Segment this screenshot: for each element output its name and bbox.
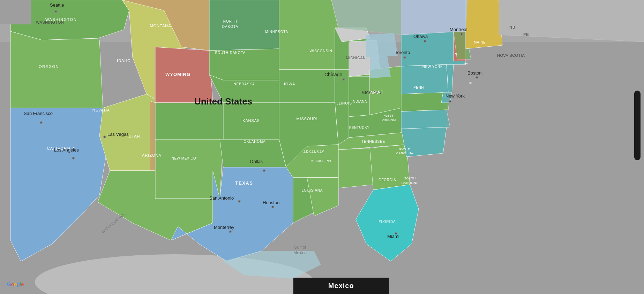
svg-text:KENTUCKY: KENTUCKY bbox=[349, 126, 369, 130]
svg-text:SOUTH: SOUTH bbox=[404, 177, 416, 180]
svg-text:San Antonio: San Antonio bbox=[209, 195, 234, 201]
svg-text:TEXAS: TEXAS bbox=[235, 180, 253, 186]
svg-text:NORTH: NORTH bbox=[399, 147, 410, 150]
svg-text:RI: RI bbox=[469, 81, 472, 84]
svg-text:WEST: WEST bbox=[384, 114, 394, 117]
country-label: United States bbox=[194, 96, 252, 107]
svg-text:NEW MEXICO: NEW MEXICO bbox=[172, 156, 196, 160]
svg-text:INDIANA: INDIANA bbox=[352, 100, 367, 103]
svg-text:ARIZONA: ARIZONA bbox=[142, 153, 162, 157]
svg-text:OREGON: OREGON bbox=[39, 64, 59, 69]
svg-text:Miami: Miami bbox=[387, 234, 399, 239]
svg-text:PENN: PENN bbox=[413, 86, 424, 90]
map-container: WASHINGTON OREGON CALIFORNIA NEVADA IDAH… bbox=[0, 0, 644, 294]
svg-text:Monterrey: Monterrey bbox=[214, 225, 234, 230]
svg-point-58 bbox=[343, 78, 345, 80]
svg-text:Ottawa: Ottawa bbox=[413, 34, 428, 39]
svg-text:PE: PE bbox=[523, 32, 529, 37]
svg-text:Toronto: Toronto bbox=[395, 50, 410, 55]
svg-text:WYOMING: WYOMING bbox=[165, 72, 190, 77]
svg-text:OKLAHOMA: OKLAHOMA bbox=[244, 140, 265, 144]
svg-text:Los Angeles: Los Angeles bbox=[54, 147, 79, 153]
svg-text:NOVA SCOTIA: NOVA SCOTIA bbox=[497, 53, 525, 57]
svg-text:MINNESOTA: MINNESOTA bbox=[265, 30, 288, 34]
svg-text:NEBRASKA: NEBRASKA bbox=[234, 82, 255, 86]
map-svg: WASHINGTON OREGON CALIFORNIA NEVADA IDAH… bbox=[0, 0, 644, 294]
svg-point-52 bbox=[40, 122, 42, 124]
svg-text:NB: NB bbox=[509, 25, 515, 29]
svg-text:GEORGIA: GEORGIA bbox=[379, 178, 396, 182]
svg-text:WISCONSIN: WISCONSIN bbox=[310, 49, 332, 53]
svg-text:MONTANA: MONTANA bbox=[150, 24, 171, 28]
svg-point-62 bbox=[238, 200, 240, 202]
svg-text:TENNESSEE: TENNESSEE bbox=[361, 140, 385, 144]
svg-text:Gulf of California: Gulf of California bbox=[101, 212, 125, 234]
svg-text:Seattle: Seattle bbox=[50, 2, 64, 8]
svg-text:San Francisco: San Francisco bbox=[24, 111, 53, 116]
svg-point-64 bbox=[272, 206, 274, 208]
svg-point-70 bbox=[476, 76, 478, 78]
svg-rect-3 bbox=[447, 92, 644, 294]
svg-text:MISSISSIPPI: MISSISSIPPI bbox=[310, 159, 331, 163]
svg-text:Las Vegas: Las Vegas bbox=[107, 132, 129, 137]
google-logo: Google bbox=[7, 281, 24, 287]
svg-point-76 bbox=[460, 33, 463, 35]
svg-text:OHIO: OHIO bbox=[374, 90, 384, 94]
svg-text:Boston: Boston bbox=[467, 70, 481, 76]
svg-text:MICHIGAN: MICHIGAN bbox=[346, 56, 366, 60]
svg-text:SOUTH DAKOTA: SOUTH DAKOTA bbox=[215, 51, 246, 55]
svg-point-74 bbox=[404, 56, 406, 59]
svg-point-49 bbox=[55, 10, 57, 13]
svg-text:NEW YORK: NEW YORK bbox=[422, 65, 443, 69]
svg-text:VT: VT bbox=[455, 52, 459, 56]
mexico-label: Mexico bbox=[293, 278, 389, 294]
svg-text:Chicago: Chicago bbox=[324, 72, 343, 77]
svg-text:CAROLINA: CAROLINA bbox=[396, 152, 413, 155]
svg-text:Houston: Houston bbox=[263, 200, 279, 205]
svg-point-68 bbox=[449, 100, 451, 102]
svg-text:NH: NH bbox=[464, 62, 468, 65]
svg-point-54 bbox=[72, 157, 74, 159]
svg-text:VIRGINIA: VIRGINIA bbox=[382, 118, 396, 122]
svg-text:NORTH: NORTH bbox=[223, 20, 237, 23]
svg-point-72 bbox=[424, 40, 426, 42]
svg-text:UTAH: UTAH bbox=[128, 134, 140, 138]
svg-point-56 bbox=[104, 136, 106, 138]
svg-text:Mexico: Mexico bbox=[293, 250, 307, 255]
svg-text:ARKANSAS: ARKANSAS bbox=[304, 150, 325, 154]
svg-text:CAROLINA: CAROLINA bbox=[402, 181, 418, 185]
svg-text:DAKOTA: DAKOTA bbox=[222, 25, 238, 29]
svg-text:WASHINGTON: WASHINGTON bbox=[36, 20, 64, 24]
svg-text:NEVADA: NEVADA bbox=[92, 108, 110, 112]
svg-text:IOWA: IOWA bbox=[284, 82, 295, 86]
svg-point-66 bbox=[229, 231, 231, 233]
svg-text:LOUISIANA: LOUISIANA bbox=[302, 188, 323, 192]
svg-point-60 bbox=[263, 170, 265, 172]
svg-text:IDAHO: IDAHO bbox=[117, 59, 131, 63]
svg-rect-2 bbox=[0, 0, 31, 24]
svg-text:Montreal: Montreal bbox=[450, 27, 467, 32]
svg-text:MISSOURI: MISSOURI bbox=[297, 117, 318, 121]
svg-text:MAINE: MAINE bbox=[474, 40, 486, 44]
scrollbar-handle[interactable] bbox=[634, 91, 641, 160]
svg-text:FLORIDA: FLORIDA bbox=[379, 220, 396, 224]
svg-text:Gulf of: Gulf of bbox=[294, 245, 306, 250]
svg-text:ILLINOIS: ILLINOIS bbox=[335, 101, 352, 105]
svg-text:Dallas: Dallas bbox=[250, 159, 263, 164]
svg-text:KANSAS: KANSAS bbox=[242, 118, 260, 123]
svg-text:New York: New York bbox=[445, 93, 465, 99]
